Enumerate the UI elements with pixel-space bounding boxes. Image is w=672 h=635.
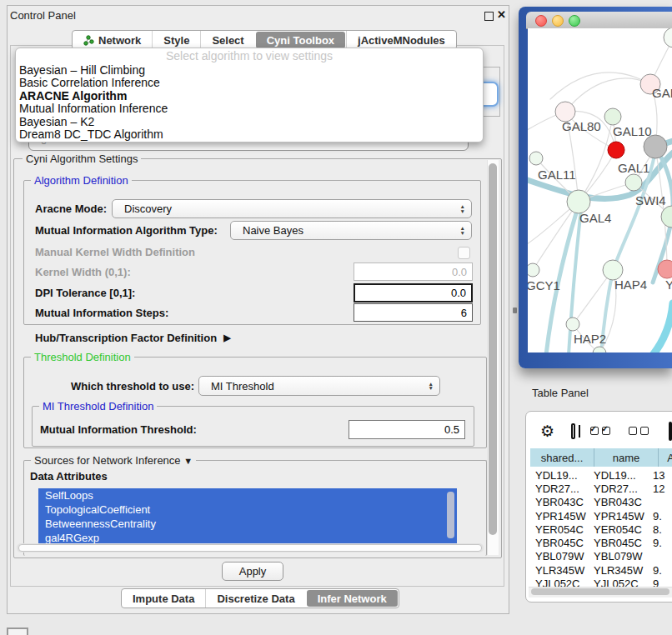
table-row[interactable]: YER054CYER054C8. bbox=[530, 522, 672, 536]
data-attributes-list: SelfLoopsTopologicalCoefficientBetweenne… bbox=[38, 488, 457, 545]
tab-label: Infer Network bbox=[318, 592, 387, 605]
column-header[interactable]: A bbox=[659, 448, 672, 467]
tab-network[interactable]: Network bbox=[73, 31, 152, 49]
network-edge bbox=[653, 303, 672, 352]
network-node-hap2[interactable] bbox=[566, 318, 579, 331]
node-label: GAL11 bbox=[538, 168, 576, 182]
aracne-mode-value: Discovery bbox=[124, 202, 172, 215]
table-row[interactable]: YDL19...YDL19...13 bbox=[530, 468, 672, 482]
columns-icon[interactable] bbox=[571, 423, 575, 439]
tab-cyni-toolbox[interactable]: Cyni Toolbox bbox=[256, 32, 345, 48]
apply-button[interactable]: Apply bbox=[222, 562, 283, 581]
bottom-tabbar: Impute DataDiscretize DataInfer Network bbox=[121, 588, 399, 608]
float-window-icon[interactable] bbox=[484, 12, 494, 21]
dropdown-item[interactable]: Mutual Information Inference bbox=[16, 102, 483, 115]
close-icon[interactable]: ✕ bbox=[497, 8, 506, 21]
screen: Control Panel ✕ NetworkStyleSelectCyni T… bbox=[0, 0, 672, 635]
network-node[interactable] bbox=[644, 135, 667, 158]
network-node-y[interactable] bbox=[658, 260, 672, 278]
table-header-row: shared...nameA bbox=[530, 448, 672, 467]
mi-threshold-input[interactable]: 0.5 bbox=[349, 420, 465, 439]
network-node[interactable] bbox=[608, 142, 624, 158]
select-all-icon[interactable] bbox=[590, 427, 614, 435]
network-node[interactable] bbox=[593, 347, 606, 352]
table-toolbar: ⚙ bbox=[530, 414, 672, 448]
attribute-item[interactable]: BetweennessCentrality bbox=[38, 517, 457, 531]
column-header[interactable]: shared... bbox=[530, 448, 594, 467]
attribute-item[interactable]: TopologicalCoefficient bbox=[38, 502, 457, 517]
expand-right-icon: ▶ bbox=[223, 332, 230, 343]
network-node-gal4[interactable] bbox=[567, 190, 590, 213]
column-header[interactable]: name bbox=[594, 448, 659, 467]
dropdown-item[interactable]: ARACNE Algorithm bbox=[16, 90, 483, 102]
tab-jactivemnodules[interactable]: jActiveMNodules bbox=[346, 31, 456, 49]
table-row[interactable]: YDR27...YDR27...12 bbox=[530, 482, 672, 495]
deselect-all-icon[interactable] bbox=[629, 427, 652, 435]
table-row[interactable]: YLR345WYLR345W9. bbox=[530, 563, 672, 577]
dpi-tolerance-value: 0.0 bbox=[451, 287, 466, 299]
dropdown-item[interactable]: Dream8 DC_TDC Algorithm bbox=[16, 128, 483, 141]
tab-label: Style bbox=[163, 34, 189, 47]
table-row[interactable]: YBR045CYBR045C9. bbox=[530, 536, 672, 549]
combo-stepper-icon: ▲▼ bbox=[429, 382, 434, 391]
bottom-tab-discretize-data[interactable]: Discretize Data bbox=[205, 589, 305, 608]
table-cell: YBR043C bbox=[589, 496, 649, 508]
attribute-item[interactable]: SelfLoops bbox=[38, 488, 457, 502]
dropdown-item[interactable]: Basic Correlation Inference bbox=[16, 77, 483, 89]
docked-window-icon[interactable] bbox=[7, 628, 28, 635]
node-label: GCY1 bbox=[528, 278, 560, 292]
dpi-tolerance-input[interactable]: 0.0 bbox=[354, 283, 473, 302]
which-threshold-combo[interactable]: MI Threshold ▲▼ bbox=[198, 376, 440, 396]
bottom-tab-impute-data[interactable]: Impute Data bbox=[122, 589, 205, 608]
attributes-scrollbar-thumb[interactable] bbox=[447, 492, 454, 538]
minimize-traffic-light-icon[interactable] bbox=[552, 15, 564, 27]
zoom-traffic-light-icon[interactable] bbox=[569, 15, 580, 27]
tab-style[interactable]: Style bbox=[152, 31, 200, 49]
network-node-gal10[interactable] bbox=[604, 108, 621, 125]
panel-splitter-handle[interactable] bbox=[513, 308, 517, 313]
table-cell: YDL19... bbox=[589, 469, 649, 482]
hub-definition-toggle[interactable]: Hub/Transcription Factor Definition ▶ bbox=[35, 330, 231, 345]
network-node-gal11[interactable] bbox=[529, 152, 543, 165]
mi-steps-input[interactable]: 6 bbox=[354, 303, 473, 322]
network-node[interactable] bbox=[664, 28, 672, 48]
mi-algorithm-type-combo[interactable]: Naive Bayes ▲▼ bbox=[230, 221, 472, 240]
aracne-mode-combo[interactable]: Discovery ▲▼ bbox=[112, 199, 472, 218]
tab-label: jActiveMNodules bbox=[358, 34, 445, 47]
settings-vscrollbar-thumb[interactable] bbox=[489, 163, 497, 535]
dropdown-item[interactable]: Bayesian – K2 bbox=[16, 116, 483, 128]
gear-icon[interactable]: ⚙ bbox=[540, 422, 554, 440]
tab-label: Select bbox=[212, 34, 243, 47]
table-row[interactable]: YBL079WYBL079W bbox=[530, 550, 672, 563]
tab-label: Discretize Data bbox=[217, 592, 294, 605]
table-hscrollbar-thumb[interactable] bbox=[531, 588, 669, 595]
bottom-tab-infer-network[interactable]: Infer Network bbox=[307, 590, 398, 607]
network-node-gal1[interactable] bbox=[625, 174, 642, 191]
table-row[interactable]: YBR043CYBR043C bbox=[530, 496, 672, 509]
tab-select[interactable]: Select bbox=[200, 31, 254, 49]
kernel-width-input[interactable]: 0.0 bbox=[354, 262, 473, 281]
tab-label: Impute Data bbox=[133, 592, 194, 605]
algorithm-dropdown-popup: Select algorithm to view settings Bayesi… bbox=[15, 48, 484, 142]
table-cell: 9. bbox=[649, 564, 672, 577]
table-cell: YLR345W bbox=[589, 564, 649, 577]
network-canvas[interactable]: GALGAL80GAL10GAL11GAL1GAL4SWI4GCY1HAP4YH… bbox=[528, 28, 672, 352]
close-traffic-light-icon[interactable] bbox=[535, 15, 547, 27]
table-cell: 13 bbox=[649, 469, 672, 482]
table-cell: YPR145W bbox=[589, 510, 649, 522]
network-window-titlebar[interactable] bbox=[526, 12, 672, 29]
algorithm-definition-title: Algorithm Definition bbox=[31, 174, 132, 187]
network-graph: GALGAL80GAL10GAL11GAL1GAL4SWI4GCY1HAP4YH… bbox=[528, 28, 672, 352]
sources-group-title[interactable]: Sources for Network Inference ▼ bbox=[31, 454, 196, 467]
apply-button-label: Apply bbox=[239, 565, 267, 578]
file-icon[interactable] bbox=[669, 422, 672, 441]
settings-hscrollbar-thumb[interactable] bbox=[18, 544, 482, 552]
table-cell: YBR045C bbox=[530, 537, 589, 549]
network-node-gcy1[interactable] bbox=[528, 263, 539, 277]
table-cell: YLR345W bbox=[530, 564, 589, 577]
manual-kernel-checkbox[interactable] bbox=[458, 247, 470, 259]
dropdown-item[interactable]: Bayesian – Hill Climbing bbox=[16, 64, 483, 77]
table-panel-title: Table Panel bbox=[532, 387, 589, 399]
node-label: HAP4 bbox=[614, 278, 647, 292]
table-row[interactable]: YPR145WYPR145W9. bbox=[530, 509, 672, 522]
